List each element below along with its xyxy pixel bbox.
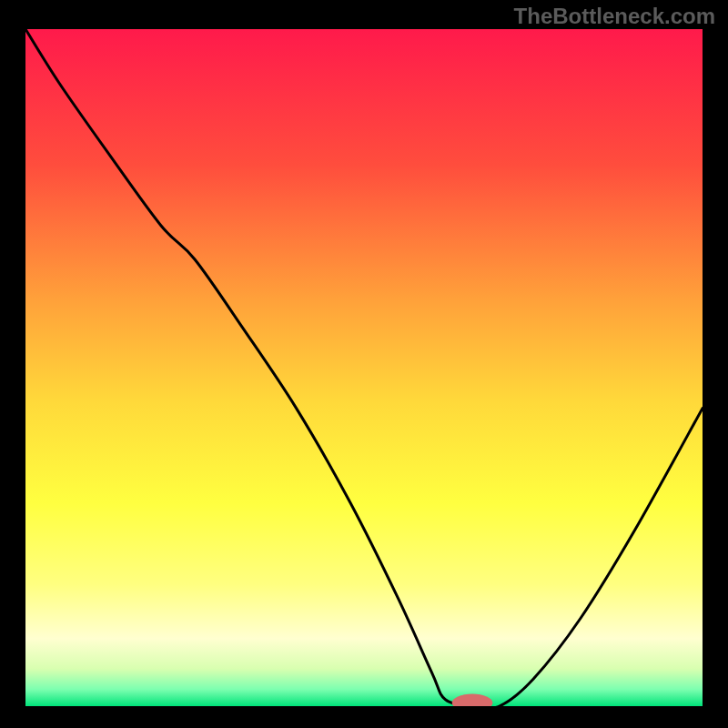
bottleneck-chart: [25, 29, 703, 706]
watermark-label: TheBottleneck.com: [514, 4, 715, 29]
chart-background: [25, 29, 703, 706]
chart-container: TheBottleneck.com: [0, 0, 728, 728]
